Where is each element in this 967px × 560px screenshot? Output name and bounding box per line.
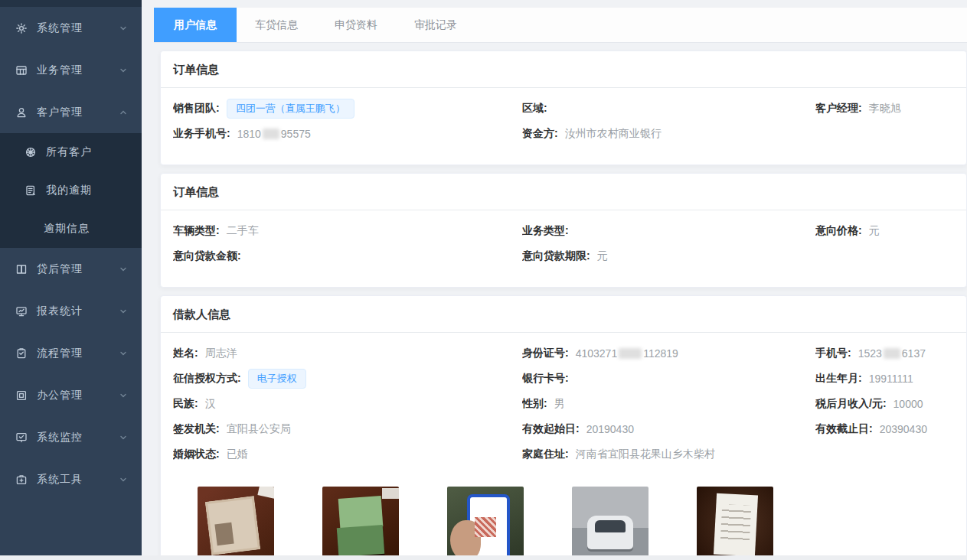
sidebar-item-report-statistics[interactable]: 报表统计	[0, 290, 142, 332]
field-value: 已婚	[227, 448, 248, 461]
toolbox-icon	[15, 474, 28, 486]
field-value: 19911111	[869, 373, 913, 385]
field-label: 客户经理:	[815, 102, 862, 116]
sidebar-item-office-management[interactable]: 办公管理	[0, 374, 142, 416]
chevron-down-icon	[119, 66, 128, 75]
field-label: 婚姻状态:	[173, 448, 220, 461]
field-credit-auth: 征信授权方式: 电子授权	[173, 366, 522, 391]
square-icon	[15, 389, 28, 402]
field-label: 家庭住址:	[522, 448, 569, 461]
detail-tabbar: 用户信息 车贷信息 申贷资料 审批记录	[154, 8, 967, 43]
field-label: 销售团队:	[173, 102, 220, 116]
field-valid-from: 有效起始日: 20190430	[522, 416, 815, 441]
page-bottom-edge	[0, 555, 967, 560]
gear-icon	[15, 22, 28, 34]
chevron-down-icon	[119, 349, 128, 358]
drivers-license-photo-thumbnail[interactable]	[322, 487, 399, 560]
borrower-info-card: 借款人信息 姓名: 周志洋 身份证号: 4103271112819 手机号: 1…	[160, 295, 967, 560]
field-value: 4103271112819	[576, 347, 678, 360]
field-value: 元	[597, 249, 608, 263]
field-name: 姓名: 周志洋	[173, 340, 522, 366]
field-valid-to: 有效截止日: 20390430	[815, 416, 960, 441]
field-value: 汝州市农村商业银行	[565, 127, 662, 141]
credit-auth-qr-photo-thumbnail[interactable]	[447, 487, 524, 560]
card-title: 订单信息	[161, 174, 966, 210]
sidebar-item-customer-management[interactable]: 客户管理	[0, 91, 142, 133]
sidebar-item-all-customers[interactable]: 所有客户	[0, 133, 142, 171]
monitor-check-icon	[15, 431, 28, 444]
notebook-icon	[25, 184, 37, 197]
sidebar-item-label: 报表统计	[37, 304, 119, 318]
field-value: 男	[554, 397, 565, 411]
field-home-address: 家庭住址: 河南省宜阳县花果山乡木柴村	[522, 441, 815, 467]
sidebar-submenu-customer: 所有客户 我的逾期 逾期信息	[0, 133, 142, 248]
field-monthly-income: 税后月收入/元: 10000	[815, 391, 960, 416]
tab-user-info[interactable]: 用户信息	[154, 8, 237, 42]
credit-auth-tag[interactable]: 电子授权	[248, 369, 306, 389]
field-label: 意向贷款金额:	[173, 249, 241, 263]
field-label: 姓名:	[173, 347, 198, 360]
field-value: 宜阳县公安局	[227, 422, 291, 436]
field-label: 业务手机号:	[173, 127, 230, 141]
sidebar-item-label: 所有客户	[46, 145, 142, 159]
field-label: 车辆类型:	[173, 224, 220, 238]
id-card-photo-thumbnail[interactable]	[198, 487, 274, 560]
paper-document-photo-thumbnail[interactable]	[697, 487, 773, 560]
person-with-car-photo-thumbnail[interactable]	[572, 487, 648, 560]
field-label: 税后月收入/元:	[815, 397, 887, 411]
field-marital-status: 婚姻状态: 已婚	[173, 441, 522, 467]
field-id-number: 身份证号: 4103271112819	[522, 340, 815, 366]
field-region: 区域:	[522, 96, 815, 121]
chevron-down-icon	[119, 24, 128, 33]
document-photos: 身份证 驾驶证正副页 征信授权 人车合影 其他材料	[198, 487, 966, 560]
sidebar-item-business-management[interactable]: 业务管理	[0, 49, 142, 91]
chevron-down-icon	[119, 307, 128, 316]
field-birth-date: 出生年月: 19911111	[815, 366, 960, 391]
field-label: 意向价格:	[815, 224, 862, 238]
field-label: 业务类型:	[522, 224, 569, 238]
field-label: 有效起始日:	[522, 422, 580, 436]
order-info-card-2: 订单信息 车辆类型: 二手车 业务类型: 意向价格: 元 意向贷款金额: 意向贷…	[160, 173, 967, 288]
photo-item: 人车合影	[572, 487, 648, 560]
sidebar-item-postloan-management[interactable]: 贷后管理	[0, 248, 142, 290]
sidebar-item-overdue-info[interactable]: 逾期信息	[0, 210, 142, 248]
sidebar-item-label: 系统管理	[37, 21, 119, 35]
field-mobile-phone: 手机号: 15236137	[815, 340, 960, 366]
photo-art	[382, 488, 399, 499]
photo-item: 驾驶证正副页	[322, 487, 399, 560]
sidebar-item-system-tools[interactable]: 系统工具	[0, 458, 142, 500]
sidebar-item-process-management[interactable]: 流程管理	[0, 332, 142, 374]
sidebar-item-label: 贷后管理	[37, 262, 119, 276]
sales-team-tag[interactable]: 四团一营（直属王鹏飞）	[227, 99, 354, 119]
monitor-icon	[15, 305, 28, 317]
field-value: 20390430	[880, 423, 927, 435]
sidebar-item-system-management[interactable]: 系统管理	[0, 7, 142, 49]
tab-car-loan-info[interactable]: 车贷信息	[237, 8, 316, 42]
photo-art	[450, 520, 481, 560]
field-label: 签发机关:	[173, 422, 220, 436]
tab-loan-application-docs[interactable]: 申贷资料	[316, 8, 396, 42]
field-label: 民族:	[173, 397, 198, 411]
field-funder: 资金方: 汝州市农村商业银行	[522, 121, 815, 146]
sidebar-item-my-overdue[interactable]: 我的逾期	[0, 171, 142, 210]
photo-art	[257, 487, 274, 500]
field-empty	[815, 243, 960, 269]
redaction-blur	[263, 129, 279, 139]
sidebar-item-system-monitor[interactable]: 系统监控	[0, 416, 142, 458]
field-label: 有效截止日:	[815, 422, 873, 436]
field-loan-term: 意向贷款期限: 元	[522, 243, 815, 269]
chevron-down-icon	[119, 265, 128, 274]
tab-approval-records[interactable]: 审批记录	[396, 8, 475, 42]
main-content: 用户信息 车贷信息 申贷资料 审批记录 订单信息 销售团队: 四团一营（直属王鹏…	[142, 0, 967, 560]
sidebar-item-label: 系统监控	[37, 431, 119, 444]
book-icon	[15, 263, 28, 275]
field-label: 征信授权方式:	[173, 372, 241, 386]
field-value: 15236137	[858, 347, 926, 360]
field-value: 河南省宜阳县花果山乡木柴村	[576, 448, 715, 461]
photo-item: 身份证	[198, 487, 274, 560]
field-value: 周志洋	[205, 347, 237, 360]
sidebar-item-label: 系统工具	[37, 473, 119, 487]
sidebar-item-label: 逾期信息	[44, 222, 142, 236]
sidebar-item-label: 我的逾期	[46, 184, 142, 197]
field-business-type: 业务类型:	[522, 218, 815, 243]
